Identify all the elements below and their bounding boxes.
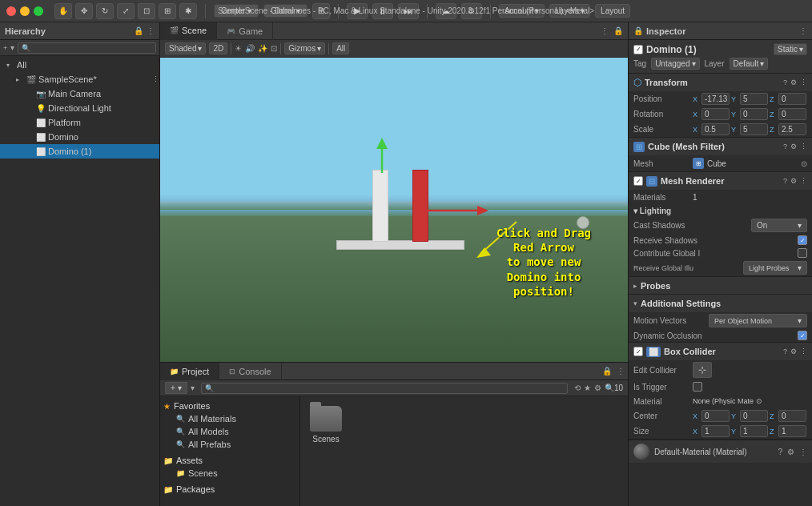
rotate-tool-button[interactable]: ↻: [96, 3, 114, 19]
transform-menu-icon[interactable]: ⋮: [800, 78, 807, 86]
hierarchy-item-domino1[interactable]: ⬜ Domino (1): [0, 144, 159, 159]
mr-menu[interactable]: ⋮: [800, 177, 807, 185]
transform-header[interactable]: ⬡ Transform ? ⚙ ⋮: [629, 74, 812, 91]
box-collider-checkbox[interactable]: ✓: [633, 347, 643, 356]
hierarchy-item-samplescene[interactable]: ▸ 🎬 SampleScene* ⋮: [0, 72, 159, 86]
position-y-value[interactable]: 5: [740, 93, 768, 105]
bc-menu[interactable]: ⋮: [800, 347, 807, 355]
center-x-value[interactable]: 0: [701, 410, 730, 422]
scene-tab-lock[interactable]: 🔒: [613, 26, 628, 35]
project-tab[interactable]: 📁 Project: [160, 363, 219, 380]
tag-dropdown[interactable]: Untagged ▾: [651, 58, 699, 70]
object-active-checkbox[interactable]: ✓: [633, 45, 643, 54]
box-collider-header[interactable]: ✓ ⬜ Box Collider ? ⚙ ⋮: [629, 343, 812, 360]
shading-dropdown[interactable]: Shaded ▾: [165, 42, 206, 54]
packages-header[interactable]: 📁 Packages: [163, 483, 296, 496]
hierarchy-lock-icon[interactable]: 🔒: [134, 26, 143, 35]
bc-help[interactable]: ?: [783, 347, 787, 355]
size-x-value[interactable]: 1: [701, 425, 730, 437]
project-star-icon[interactable]: ★: [584, 384, 591, 392]
center-z-value[interactable]: 0: [778, 410, 806, 422]
maximize-button[interactable]: [34, 6, 43, 16]
inspector-lock-icon[interactable]: 🔒: [633, 26, 643, 35]
hierarchy-search[interactable]: 🔍: [18, 42, 156, 54]
mesh-target-icon[interactable]: ⊙: [801, 159, 807, 168]
project-add-button[interactable]: + ▾: [165, 382, 187, 394]
rotation-x-value[interactable]: 0: [701, 108, 730, 120]
console-tab[interactable]: ⊡ Console: [219, 363, 281, 380]
scale-z-value[interactable]: 2.5: [778, 123, 806, 135]
transform-settings-icon[interactable]: ⚙: [790, 78, 797, 86]
probes-section[interactable]: ▸ Probes: [629, 277, 812, 295]
hierarchy-add-button[interactable]: +: [3, 44, 7, 52]
mesh-renderer-header[interactable]: ✓ ⊟ Mesh Renderer ? ⚙ ⋮: [629, 172, 812, 190]
game-tab[interactable]: 🎮 Game: [217, 22, 273, 40]
receive-shadows-checkbox[interactable]: ✓: [798, 235, 807, 245]
project-search-input[interactable]: [214, 384, 564, 392]
favorites-header[interactable]: ★ Favorites: [163, 400, 296, 412]
position-z-value[interactable]: 0: [778, 93, 806, 105]
mesh-filter-settings[interactable]: ⚙: [790, 143, 797, 151]
static-button[interactable]: Static ▾: [774, 43, 807, 55]
center-y-value[interactable]: 0: [740, 410, 768, 422]
hierarchy-item-platform[interactable]: ⬜ Platform: [0, 115, 159, 130]
mesh-filter-help[interactable]: ?: [783, 143, 787, 151]
mesh-filter-header[interactable]: ⊞ Cube (Mesh Filter) ? ⚙ ⋮: [629, 138, 812, 155]
project-search[interactable]: 🔍: [201, 383, 568, 394]
scenes-asset-item[interactable]: Scenes: [307, 403, 345, 447]
layout-button[interactable]: Layout: [595, 4, 630, 18]
hierarchy-item-all[interactable]: ▾ All: [0, 58, 159, 72]
all-dropdown[interactable]: All: [332, 42, 349, 54]
material-settings[interactable]: ⚙: [787, 448, 794, 456]
hierarchy-menu-icon[interactable]: ⋮: [147, 26, 155, 35]
hierarchy-search-input[interactable]: [30, 44, 152, 52]
favorites-all-prefabs[interactable]: 🔍 All Prefabs: [163, 438, 296, 451]
custom-tool-button[interactable]: ✱: [179, 3, 197, 19]
transform-tool-button[interactable]: ⊞: [159, 3, 176, 19]
mesh-filter-menu[interactable]: ⋮: [800, 143, 807, 151]
scene-menu-icon[interactable]: ⋮: [152, 75, 159, 83]
receive-global-dropdown[interactable]: Light Probes ▾: [743, 261, 807, 275]
bc-settings[interactable]: ⚙: [790, 347, 797, 355]
favorites-all-materials[interactable]: 🔍 All Materials: [163, 412, 296, 425]
inspector-menu-icon[interactable]: ⋮: [799, 26, 807, 35]
mr-settings[interactable]: ⚙: [790, 177, 797, 185]
scale-y-value[interactable]: 5: [740, 123, 768, 135]
scale-x-value[interactable]: 0.5: [701, 123, 730, 135]
bottom-tab-lock[interactable]: 🔒: [602, 367, 617, 375]
mesh-renderer-checkbox[interactable]: ✓: [633, 176, 643, 186]
rotation-z-value[interactable]: 0: [778, 108, 806, 120]
scene-tab-menu[interactable]: ⋮: [601, 26, 613, 35]
layer-dropdown[interactable]: Default ▾: [730, 58, 769, 70]
gizmos-dropdown[interactable]: Gizmos ▾: [284, 42, 325, 54]
size-z-value[interactable]: 1: [778, 425, 806, 437]
favorites-all-models[interactable]: 🔍 All Models: [163, 425, 296, 438]
scene-extra-btn[interactable]: ⊡: [271, 44, 277, 53]
hierarchy-item-directionallight[interactable]: 💡 Directional Light: [0, 101, 159, 115]
contribute-global-checkbox[interactable]: [798, 248, 807, 258]
fx-btn[interactable]: ✨: [258, 44, 267, 53]
cast-shadows-dropdown[interactable]: On ▾: [751, 219, 807, 232]
assets-scenes-item[interactable]: 📁 Scenes: [163, 467, 296, 480]
move-tool-button[interactable]: ✥: [75, 3, 93, 19]
motion-vectors-dropdown[interactable]: Per Object Motion ▾: [709, 314, 807, 327]
material-menu[interactable]: ⋮: [799, 448, 807, 456]
lighting-sub-header[interactable]: ▾ Lighting: [633, 204, 807, 217]
is-trigger-checkbox[interactable]: [693, 382, 702, 392]
size-y-value[interactable]: 1: [740, 425, 768, 437]
edit-collider-button[interactable]: ⊹: [693, 362, 712, 378]
close-button[interactable]: [6, 6, 16, 16]
project-down-arrow[interactable]: ▾: [191, 384, 195, 392]
scene-tab[interactable]: 🎬 Scene: [160, 22, 217, 40]
rotation-y-value[interactable]: 0: [740, 108, 768, 120]
hand-tool-button[interactable]: ✋: [54, 3, 72, 19]
dynamic-occlusion-checkbox[interactable]: ✓: [798, 331, 807, 340]
hierarchy-item-maincamera[interactable]: 📷 Main Camera: [0, 86, 159, 101]
project-settings-icon[interactable]: ⚙: [594, 384, 601, 392]
project-sync-icon[interactable]: ⟲: [574, 384, 581, 392]
lights-btn[interactable]: ☀: [235, 44, 242, 53]
material-help[interactable]: ?: [778, 448, 782, 456]
minimize-button[interactable]: [20, 6, 30, 16]
scene-view[interactable]: Click and Drag Red Arrow to move new Dom…: [160, 58, 628, 362]
scale-tool-button[interactable]: ⤢: [117, 3, 135, 19]
